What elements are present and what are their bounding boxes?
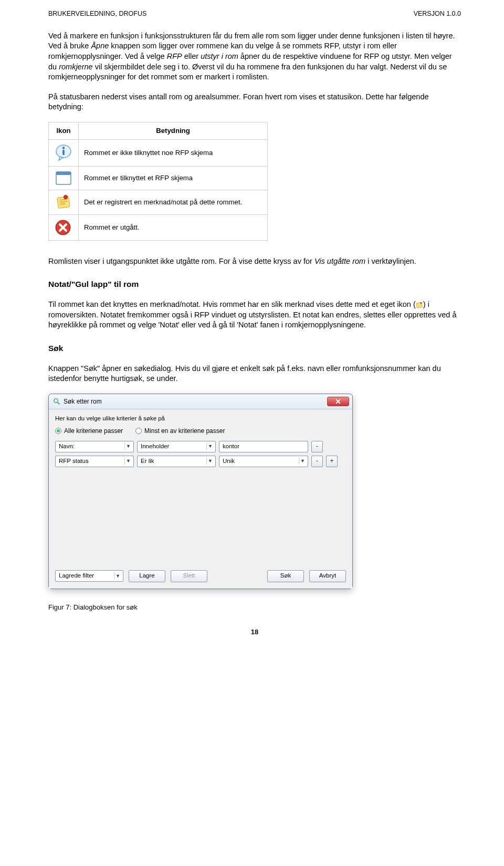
chevron-down-icon: ▼	[124, 443, 132, 449]
heading-sok: Søk	[48, 343, 461, 354]
note-icon	[54, 194, 73, 211]
header-right: VERSJON 1.0.0	[414, 9, 461, 18]
criteria-row: Navn:▼ Inneholder▼ kontor -	[55, 441, 346, 452]
dialog-title: Søk etter rom	[64, 397, 102, 406]
error-icon	[54, 219, 73, 236]
notat-paragraph: Til rommet kan det knyttes en merknad/no…	[48, 300, 461, 331]
svg-rect-4	[56, 172, 71, 175]
value-combo[interactable]: Unik▼	[219, 456, 308, 467]
table-row: Rommet er ikke tilknyttet noe RFP skjema	[49, 139, 268, 166]
chevron-down-icon: ▼	[114, 573, 121, 579]
remove-criterion-button[interactable]: -	[311, 456, 323, 467]
radio-one-criterion[interactable]: Minst en av kriteriene passer	[135, 427, 225, 435]
operator-combo[interactable]: Inneholder▼	[137, 441, 216, 452]
chevron-down-icon: ▼	[299, 458, 306, 464]
radio-dot-icon	[135, 428, 142, 434]
save-button[interactable]: Lagre	[129, 570, 165, 582]
dialog-instruction: Her kan du velge ulike kriterier å søke …	[55, 415, 346, 423]
delete-button[interactable]: Slett	[171, 570, 207, 582]
operator-combo[interactable]: Er lik▼	[137, 456, 216, 467]
chevron-down-icon: ▼	[124, 458, 132, 464]
table-row: Det er registrert en merknad/notat på de…	[49, 190, 268, 214]
figure-caption: Figur 7: Dialogboksen for søk	[48, 603, 461, 612]
romliste-paragraph: Romlisten viser i utgangspunktet ikke ut…	[48, 256, 461, 267]
note-inline-icon	[416, 302, 423, 308]
table-row: Rommet er utgått.	[49, 214, 268, 240]
dialog-close-button[interactable]	[327, 397, 349, 406]
chevron-down-icon: ▼	[206, 443, 214, 449]
search-dialog: Søk etter rom Her kan du velge ulike kri…	[48, 394, 353, 589]
header-left: BRUKERVEILEDNING, DROFUS	[48, 9, 146, 18]
search-small-icon	[53, 398, 60, 405]
svg-point-13	[420, 302, 422, 304]
radio-dot-checked-icon	[55, 428, 61, 434]
radio-all-criteria[interactable]: Alle kriteriene passer	[55, 427, 123, 435]
svg-line-15	[58, 402, 60, 404]
remove-criterion-button[interactable]: -	[311, 441, 323, 452]
search-button[interactable]: Søk	[267, 570, 304, 582]
svg-rect-5	[57, 196, 70, 208]
svg-point-14	[54, 399, 58, 403]
field-combo[interactable]: Navn:▼	[55, 441, 134, 452]
window-icon	[54, 170, 73, 186]
paragraph-2: På statusbaren nederst vises antall rom …	[48, 92, 461, 112]
svg-rect-1	[62, 150, 65, 155]
add-criterion-button[interactable]: +	[326, 456, 338, 467]
svg-point-9	[64, 195, 68, 199]
chevron-down-icon: ▼	[206, 458, 214, 464]
page-number: 18	[48, 627, 461, 637]
heading-notat: Notat/"Gul lapp" til rom	[48, 279, 461, 290]
cancel-button[interactable]: Avbryt	[309, 570, 346, 582]
info-icon	[54, 143, 73, 162]
criteria-row: RFP status▼ Er lik▼ Unik▼ - +	[55, 456, 346, 467]
th-meaning: Betydning	[79, 122, 268, 139]
value-input[interactable]: kontor	[219, 441, 308, 452]
th-icon: Ikon	[49, 122, 79, 139]
icon-meaning-table: Ikon Betydning Rommet er ikke tilknyttet…	[48, 122, 268, 241]
dialog-titlebar[interactable]: Søk etter rom	[49, 394, 352, 409]
sok-paragraph: Knappen "Søk" åpner en søkedialog. Hvis …	[48, 364, 461, 384]
field-combo[interactable]: RFP status▼	[55, 456, 134, 467]
table-row: Rommet er tilknyttet et RFP skjema	[49, 166, 268, 190]
svg-point-2	[62, 147, 65, 149]
saved-filters-combo[interactable]: Lagrede filter▼	[55, 570, 123, 582]
paragraph-1: Ved å markere en funksjon i funksjonsstr…	[48, 31, 461, 83]
